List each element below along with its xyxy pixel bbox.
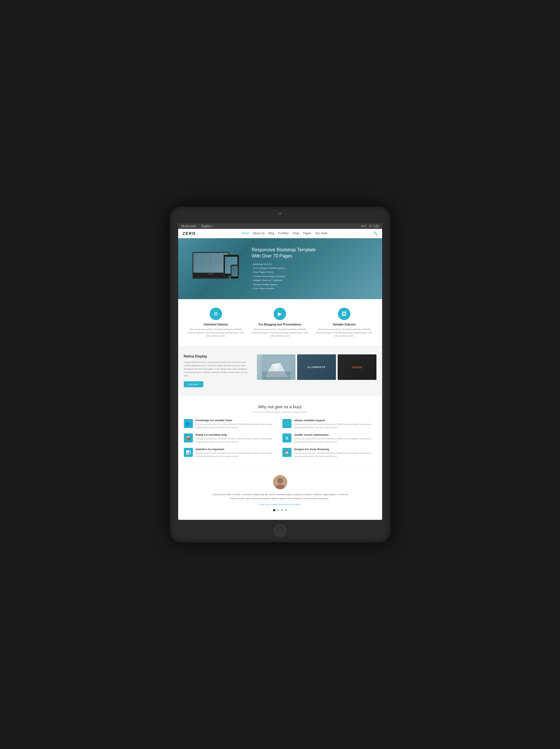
feature-desc-galleries: Sed pop-up assumenda, Shoreditch letterp… xyxy=(315,328,373,337)
why-item-stats: 📊 Statistics Are Important Sed pop-up as… xyxy=(184,448,278,458)
dot-4[interactable] xyxy=(285,509,287,511)
feature-title-galleries: Variable Galeries xyxy=(315,323,373,326)
why-item-screen: 🖥 Smaller Screen Optimization Sed pop-up… xyxy=(282,433,376,443)
why-desc-screen: Sed pop-up assumenda, Shoreditch letterp… xyxy=(294,437,376,443)
portfolio-animal-label: animal xyxy=(352,365,362,369)
portfolio-illuminate-label: ILLUMINATE xyxy=(308,366,326,368)
why-subtitle: Lorem ipsum dolor sit amet, consectetur … xyxy=(184,411,376,413)
why-content-designs: Designs For Home Browsing Sed pop-up ass… xyxy=(294,448,376,458)
feature-blogging: ▶ For Blogging and Presentations Sed pop… xyxy=(251,308,309,337)
why-title-stats: Statistics Are Important xyxy=(196,448,278,451)
site-logo[interactable]: ZERO xyxy=(183,231,196,236)
why-icon-screen: 🖥 xyxy=(282,433,292,443)
portfolio-image-mountains[interactable] xyxy=(257,355,296,380)
portfolio-image-illuminate[interactable]: ILLUMINATE xyxy=(297,355,336,380)
why-grid: 👥 Knowledge For Variable Tasks Sed pop-u… xyxy=(184,419,376,458)
screen: My Account | English ▾ ♥ 0 🛒 1,00 ZERO H… xyxy=(178,223,382,520)
svg-point-5 xyxy=(277,478,283,484)
portfolio-images: ILLUMINATE animal xyxy=(257,355,376,380)
chevron-down-icon[interactable]: ▾ xyxy=(212,225,213,228)
why-desc-support: Sed pop-up assumenda, Shoreditch letterp… xyxy=(294,423,376,429)
nav-about[interactable]: About Us xyxy=(253,232,264,235)
why-content-help: Ready For Immidiate Help Sed pop-up assu… xyxy=(196,433,278,443)
feature-icon-galleries: 🖼 xyxy=(338,308,350,320)
top-bar-left: My Account | English ▾ xyxy=(181,224,213,228)
why-title-designs: Designs For Home Browsing xyxy=(294,448,376,451)
monitor-stand xyxy=(208,273,214,275)
why-desc-designs: Sed pop-up assumenda, Shoreditch letterp… xyxy=(294,452,376,458)
top-bar: My Account | English ▾ ♥ 0 🛒 1,00 xyxy=(178,223,382,229)
navbar: ZERO Home About Us Blog Portfolio Shop P… xyxy=(178,229,382,238)
language-label: English xyxy=(201,224,211,228)
testimonial-dots xyxy=(184,509,376,511)
dot-3[interactable] xyxy=(281,509,283,511)
hero-text: Responsive Bootstrap Template With Over … xyxy=(246,247,376,291)
hero-features-list: Bootstrap Grid 3.0 Tons of Blog & Portfo… xyxy=(252,262,376,291)
why-content-screen: Smaller Screen Optimization Sed pop-up a… xyxy=(294,433,376,443)
why-section: Why not give us a buzz Lorem ipsum dolor… xyxy=(178,396,382,466)
wishlist-icon[interactable]: ♥ 0 xyxy=(362,224,365,228)
hero-feature-4: Creative Home Page & Portfolio xyxy=(252,275,376,278)
feature-desc-blogging: Sed pop-up assumenda, Shoreditch letterp… xyxy=(251,328,309,337)
why-title-support: Always Available Support xyxy=(294,419,376,422)
hero-feature-5: Multiple "About us" Solutions xyxy=(252,278,376,282)
why-desc-knowledge: Sed pop-up assumenda, Shoreditch letterp… xyxy=(196,423,278,429)
feature-title-blogging: For Blogging and Presentations xyxy=(251,323,309,326)
portfolio-text: Retina Display Forage Marfa food truck, … xyxy=(184,355,251,387)
view-more-button[interactable]: View More xyxy=(184,381,204,387)
why-item-knowledge: 👥 Knowledge For Variable Tasks Sed pop-u… xyxy=(184,419,278,429)
why-item-designs: 🏠 Designs For Home Browsing Sed pop-up a… xyxy=(282,448,376,458)
hero-feature-1: Bootstrap Grid 3.0 xyxy=(252,262,376,266)
feature-icon-unlimited: ⚙ xyxy=(210,308,222,320)
nav-our-team[interactable]: Our Team xyxy=(315,232,328,235)
hero-devices xyxy=(184,249,246,289)
why-title-knowledge: Knowledge For Variable Tasks xyxy=(196,419,278,422)
nav-portfolio[interactable]: Portfolio xyxy=(278,232,289,235)
my-account-link[interactable]: My Account xyxy=(181,224,196,228)
why-desc-stats: Sed pop-up assumenda, Shoreditch letterp… xyxy=(196,452,278,458)
nav-blog[interactable]: Blog xyxy=(268,232,274,235)
svg-rect-3 xyxy=(262,371,290,380)
features-section: ⚙ Unlimited Options Sed pop-up assumenda… xyxy=(178,299,382,346)
portfolio-section: Retina Display Forage Marfa food truck, … xyxy=(178,346,382,396)
portfolio-description: Forage Marfa food truck, pop-up photo bo… xyxy=(184,361,251,378)
monitor-screen xyxy=(193,253,228,273)
phone-screen xyxy=(232,266,238,277)
why-desc-help: Sed pop-up assumenda, Shoreditch letterp… xyxy=(196,437,278,443)
feature-icon-blogging: ▶ xyxy=(274,308,286,320)
phone-device xyxy=(231,264,238,279)
top-bar-right: ♥ 0 🛒 1,00 xyxy=(362,224,379,228)
tablet-frame: My Account | English ▾ ♥ 0 🛒 1,00 ZERO H… xyxy=(170,207,391,542)
feature-desc-unlimited: Sed pop-up assumenda, Shoreditch letterp… xyxy=(187,328,245,337)
feature-title-unlimited: Unlimited Options xyxy=(187,323,245,326)
svg-marker-2 xyxy=(272,363,280,370)
why-icon-designs: 🏠 xyxy=(282,448,292,457)
feature-galleries: 🖼 Variable Galeries Sed pop-up assumenda… xyxy=(315,308,373,337)
why-icon-help: 📦 xyxy=(184,433,193,443)
testimonial-quote: "Lorem ipsum dolor sit amet, consectetur… xyxy=(212,493,348,500)
nav-home[interactable]: Home xyxy=(241,232,249,235)
cart-icon[interactable]: 🛒 1,00 xyxy=(369,224,379,228)
separator: | xyxy=(198,224,199,228)
nav-pages[interactable]: Pages xyxy=(303,232,311,235)
why-content-support: Always Available Support Sed pop-up assu… xyxy=(294,419,376,429)
why-icon-support: 🔧 xyxy=(282,419,292,428)
why-icon-stats: 📊 xyxy=(184,448,193,457)
portfolio-image-animal[interactable]: animal xyxy=(338,355,376,380)
hero-feature-2: Tons of Blog & Portfolio Options xyxy=(252,266,376,270)
search-icon[interactable]: 🔍 xyxy=(373,232,378,235)
hero-feature-3: Shop Pages & Items xyxy=(252,270,376,274)
dot-2[interactable] xyxy=(277,509,279,511)
nav-links: Home About Us Blog Portfolio Shop Pages … xyxy=(241,232,327,235)
portfolio-title: Retina Display xyxy=(184,355,251,358)
testimonial-avatar xyxy=(273,475,287,489)
testimonial-author: Jane Doe, Human Resources at Controll xyxy=(184,503,376,506)
testimonial-section: "Lorem ipsum dolor sit amet, consectetur… xyxy=(178,466,382,520)
why-item-support: 🔧 Always Available Support Sed pop-up as… xyxy=(282,419,376,429)
why-content-stats: Statistics Are Important Sed pop-up assu… xyxy=(196,448,278,458)
hero-section: Responsive Bootstrap Template With Over … xyxy=(178,238,382,299)
nav-shop[interactable]: Shop xyxy=(293,232,299,235)
why-item-help: 📦 Ready For Immidiate Help Sed pop-up as… xyxy=(184,433,278,443)
dot-1[interactable] xyxy=(273,509,275,511)
hero-feature-7: 3 Our Team Versions xyxy=(252,287,376,291)
